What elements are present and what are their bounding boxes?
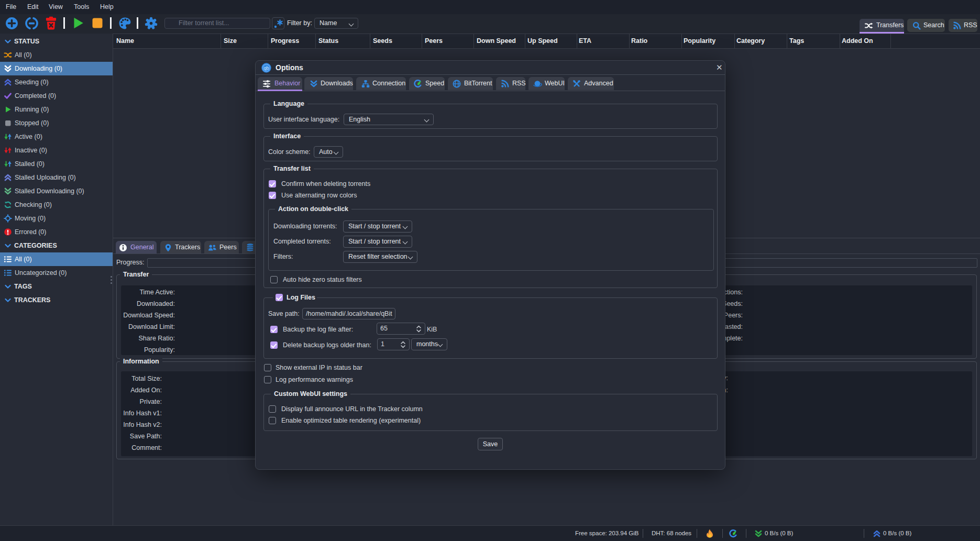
svg-text:qb: qb <box>263 65 269 71</box>
